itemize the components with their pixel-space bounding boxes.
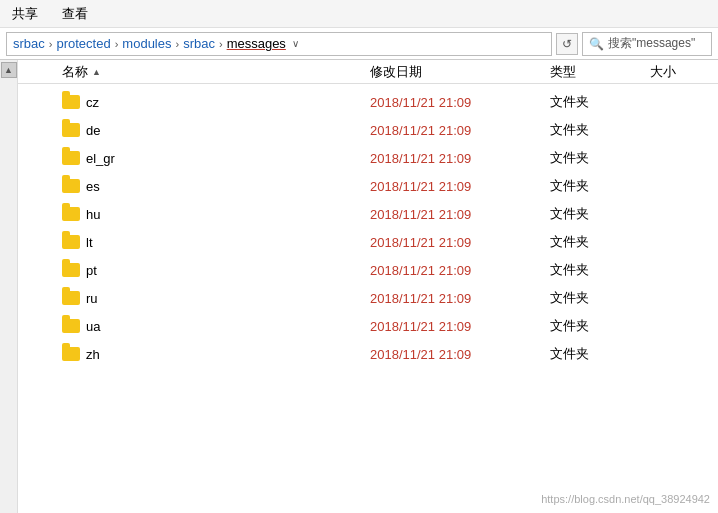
address-bar: srbac › protected › modules › srbac › me… bbox=[0, 28, 718, 60]
breadcrumb-protected[interactable]: protected bbox=[56, 36, 110, 51]
table-row[interactable]: ua 2018/11/21 21:09 文件夹 bbox=[18, 312, 718, 340]
table-row[interactable]: hu 2018/11/21 21:09 文件夹 bbox=[18, 200, 718, 228]
file-date: 2018/11/21 21:09 bbox=[370, 291, 550, 306]
main-area: ▲ 名称 ▲ 修改日期 类型 大小 cz 2018/11/21 21:09 文件… bbox=[0, 60, 718, 513]
file-date: 2018/11/21 21:09 bbox=[370, 207, 550, 222]
file-type: 文件夹 bbox=[550, 149, 650, 167]
table-row[interactable]: lt 2018/11/21 21:09 文件夹 bbox=[18, 228, 718, 256]
breadcrumb-sep-1: › bbox=[49, 38, 53, 50]
scroll-up-btn[interactable]: ▲ bbox=[1, 62, 17, 78]
breadcrumb-dropdown-icon: ∨ bbox=[292, 38, 299, 49]
file-type: 文件夹 bbox=[550, 205, 650, 223]
file-type: 文件夹 bbox=[550, 93, 650, 111]
folder-icon bbox=[62, 345, 80, 363]
file-list: 名称 ▲ 修改日期 类型 大小 cz 2018/11/21 21:09 文件夹 … bbox=[18, 60, 718, 513]
file-type: 文件夹 bbox=[550, 289, 650, 307]
breadcrumb-sep-3: › bbox=[175, 38, 179, 50]
breadcrumb-messages: messages bbox=[227, 36, 286, 51]
refresh-button[interactable]: ↺ bbox=[556, 33, 578, 55]
file-date: 2018/11/21 21:09 bbox=[370, 347, 550, 362]
search-placeholder-text: 搜索"messages" bbox=[608, 35, 695, 52]
table-row[interactable]: ru 2018/11/21 21:09 文件夹 bbox=[18, 284, 718, 312]
table-row[interactable]: el_gr 2018/11/21 21:09 文件夹 bbox=[18, 144, 718, 172]
breadcrumb-sep-4: › bbox=[219, 38, 223, 50]
file-date: 2018/11/21 21:09 bbox=[370, 235, 550, 250]
column-headers: 名称 ▲ 修改日期 类型 大小 bbox=[18, 60, 718, 84]
table-row[interactable]: pt 2018/11/21 21:09 文件夹 bbox=[18, 256, 718, 284]
file-name: cz bbox=[86, 95, 370, 110]
file-type: 文件夹 bbox=[550, 177, 650, 195]
file-name: hu bbox=[86, 207, 370, 222]
file-date: 2018/11/21 21:09 bbox=[370, 319, 550, 334]
file-type: 文件夹 bbox=[550, 317, 650, 335]
menu-share[interactable]: 共享 bbox=[8, 3, 42, 25]
file-date: 2018/11/21 21:09 bbox=[370, 151, 550, 166]
file-name: de bbox=[86, 123, 370, 138]
breadcrumb-modules[interactable]: modules bbox=[122, 36, 171, 51]
folder-icon bbox=[62, 261, 80, 279]
breadcrumb-sep-2: › bbox=[115, 38, 119, 50]
file-name: el_gr bbox=[86, 151, 370, 166]
folder-icon bbox=[62, 317, 80, 335]
file-date: 2018/11/21 21:09 bbox=[370, 123, 550, 138]
watermark: https://blog.csdn.net/qq_38924942 bbox=[541, 493, 710, 505]
file-date: 2018/11/21 21:09 bbox=[370, 179, 550, 194]
col-header-type[interactable]: 类型 bbox=[550, 63, 650, 81]
file-type: 文件夹 bbox=[550, 121, 650, 139]
file-type: 文件夹 bbox=[550, 345, 650, 363]
file-name: ua bbox=[86, 319, 370, 334]
folder-icon bbox=[62, 93, 80, 111]
file-type: 文件夹 bbox=[550, 261, 650, 279]
file-date: 2018/11/21 21:09 bbox=[370, 95, 550, 110]
table-row[interactable]: cz 2018/11/21 21:09 文件夹 bbox=[18, 88, 718, 116]
file-rows: cz 2018/11/21 21:09 文件夹 de 2018/11/21 21… bbox=[18, 84, 718, 513]
col-header-size[interactable]: 大小 bbox=[650, 63, 710, 81]
folder-icon bbox=[62, 121, 80, 139]
folder-icon bbox=[62, 233, 80, 251]
folder-icon bbox=[62, 177, 80, 195]
file-name: es bbox=[86, 179, 370, 194]
menu-bar: 共享 查看 bbox=[0, 0, 718, 28]
search-icon: 🔍 bbox=[589, 37, 604, 51]
table-row[interactable]: de 2018/11/21 21:09 文件夹 bbox=[18, 116, 718, 144]
breadcrumb-area: srbac › protected › modules › srbac › me… bbox=[6, 32, 552, 56]
file-date: 2018/11/21 21:09 bbox=[370, 263, 550, 278]
breadcrumb-srbac-2[interactable]: srbac bbox=[183, 36, 215, 51]
sort-asc-icon: ▲ bbox=[92, 67, 101, 77]
folder-icon bbox=[62, 205, 80, 223]
table-row[interactable]: zh 2018/11/21 21:09 文件夹 bbox=[18, 340, 718, 368]
search-box[interactable]: 🔍 搜索"messages" bbox=[582, 32, 712, 56]
file-name: ru bbox=[86, 291, 370, 306]
col-header-name[interactable]: 名称 ▲ bbox=[62, 63, 370, 81]
file-type: 文件夹 bbox=[550, 233, 650, 251]
breadcrumb-srbac-1[interactable]: srbac bbox=[13, 36, 45, 51]
file-name: zh bbox=[86, 347, 370, 362]
file-name: pt bbox=[86, 263, 370, 278]
menu-view[interactable]: 查看 bbox=[58, 3, 92, 25]
folder-icon bbox=[62, 149, 80, 167]
col-header-date[interactable]: 修改日期 bbox=[370, 63, 550, 81]
table-row[interactable]: es 2018/11/21 21:09 文件夹 bbox=[18, 172, 718, 200]
file-name: lt bbox=[86, 235, 370, 250]
left-scroll[interactable]: ▲ bbox=[0, 60, 18, 513]
folder-icon bbox=[62, 289, 80, 307]
